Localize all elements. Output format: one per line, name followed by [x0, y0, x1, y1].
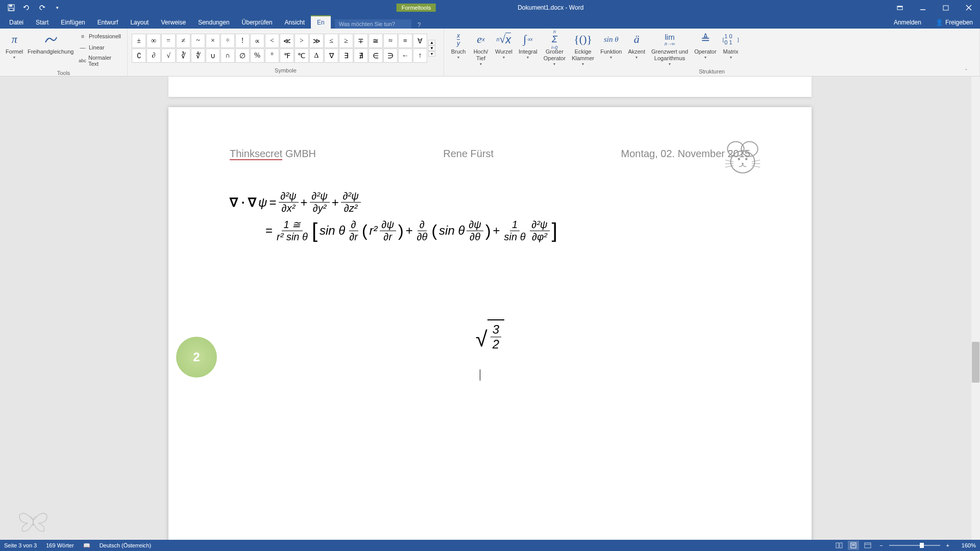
normaler-text-button[interactable]: abcNormaler Text: [77, 54, 123, 68]
collapse-ribbon-button[interactable]: ˆ: [962, 67, 971, 76]
tell-me-input[interactable]: [335, 19, 411, 29]
web-layout-button[interactable]: [862, 541, 873, 550]
symbol-cell[interactable]: ≤: [324, 34, 338, 48]
tab-entwurf[interactable]: Entwurf: [91, 16, 125, 29]
qat-customize[interactable]: ▾: [50, 2, 64, 14]
tab-verweise[interactable]: Verweise: [155, 16, 192, 29]
save-button[interactable]: [4, 2, 18, 14]
redo-button[interactable]: [35, 2, 49, 14]
symbol-cell[interactable]: ∞: [146, 34, 161, 48]
maximize-button[interactable]: [934, 0, 957, 15]
zoom-level[interactable]: 160%: [955, 542, 976, 548]
symbol-cell[interactable]: ≫: [309, 34, 324, 48]
symbol-cell[interactable]: !: [235, 34, 250, 48]
zoom-in-button[interactable]: +: [943, 542, 952, 548]
undo-button[interactable]: [19, 2, 34, 14]
page[interactable]: Thinksecret GMBH Rene Fürst Montag, 02. …: [168, 107, 812, 540]
tell-me-search[interactable]: [335, 19, 411, 29]
funktion-button[interactable]: sin θFunktion▾: [597, 30, 625, 61]
symbol-cell[interactable]: ℃: [295, 48, 309, 63]
language-indicator[interactable]: Deutsch (Österreich): [100, 542, 151, 548]
symbol-cell[interactable]: ∛: [176, 48, 190, 63]
akzent-button[interactable]: äAkzent▾: [625, 30, 648, 61]
tab-ansicht[interactable]: Ansicht: [279, 16, 311, 29]
symbol-cell[interactable]: ∈: [369, 48, 383, 63]
laplacian-equation[interactable]: ∇ · ∇ψ = ∂²ψ∂x² + ∂²ψ∂y² + ∂²ψ∂z² = 1 ≅r…: [230, 190, 750, 243]
linear-button[interactable]: —Linear: [77, 42, 123, 53]
symbol-scroll-down[interactable]: ▼: [428, 45, 435, 51]
symbol-cell[interactable]: ℉: [280, 48, 294, 63]
symbol-scroll-up[interactable]: ▲: [428, 40, 435, 45]
symbol-cell[interactable]: ∋: [383, 48, 398, 63]
gross-operator-button[interactable]: nΣi=0Großer Operator▾: [541, 30, 569, 67]
help-icon[interactable]: ?: [418, 21, 421, 29]
print-layout-button[interactable]: [848, 541, 859, 550]
symbol-cell[interactable]: ∅: [235, 48, 250, 63]
symbol-cell[interactable]: ∃: [339, 48, 353, 63]
zoom-slider[interactable]: [889, 545, 940, 546]
symbol-cell[interactable]: >: [295, 34, 309, 48]
symbol-cell[interactable]: ∆: [309, 48, 324, 63]
share-button[interactable]: 👤 Freigeben: [928, 16, 980, 29]
klammer-button[interactable]: {()}Eckige Klammer▾: [569, 30, 597, 67]
proofing-icon[interactable]: 📖: [83, 542, 90, 549]
grenzwert-button[interactable]: limn→∞Grenzwert und Logarithmus▾: [648, 30, 691, 67]
symbol-cell[interactable]: =: [161, 34, 176, 48]
symbol-cell[interactable]: ≥: [339, 34, 353, 48]
tab-datei[interactable]: Datei: [3, 16, 30, 29]
symbol-cell[interactable]: ~: [191, 34, 205, 48]
tab-einfugen[interactable]: Einfügen: [55, 16, 91, 29]
sign-in-button[interactable]: Anmelden: [887, 16, 928, 29]
document-area[interactable]: Thinksecret GMBH Rene Fürst Montag, 02. …: [0, 77, 980, 540]
operator-button[interactable]: ≜Operator▾: [691, 30, 719, 61]
read-mode-button[interactable]: [834, 541, 845, 550]
zoom-slider-thumb[interactable]: [920, 543, 924, 548]
symbol-cell[interactable]: ×: [206, 34, 220, 48]
integral-button[interactable]: ∫-xxIntegral▾: [516, 30, 541, 61]
symbol-cell[interactable]: ≪: [280, 34, 294, 48]
symbol-cell[interactable]: ∀: [413, 34, 427, 48]
symbol-cell[interactable]: ∩: [220, 48, 235, 63]
symbol-cell[interactable]: ∓: [354, 34, 368, 48]
vertical-scrollbar[interactable]: [971, 77, 980, 540]
symbol-cell[interactable]: ÷: [220, 34, 235, 48]
tab-layout[interactable]: Layout: [124, 16, 155, 29]
word-count[interactable]: 169 Wörter: [46, 542, 74, 548]
wurzel-button[interactable]: n√xWurzel▾: [492, 30, 516, 61]
zoom-out-button[interactable]: −: [876, 542, 886, 548]
symbol-cell[interactable]: ∂: [146, 48, 161, 63]
sqrt-equation[interactable]: √ 3 2: [230, 258, 750, 381]
symbol-cell[interactable]: ∪: [206, 48, 220, 63]
symbol-cell[interactable]: ∇: [324, 48, 338, 63]
symbol-cell[interactable]: ≠: [176, 34, 190, 48]
page-indicator[interactable]: Seite 3 von 3: [4, 542, 37, 548]
symbol-cell[interactable]: ≅: [369, 34, 383, 48]
symbol-cell[interactable]: ↑: [413, 48, 427, 63]
symbol-cell[interactable]: ∝: [250, 34, 264, 48]
symbol-cell[interactable]: ≡: [398, 34, 412, 48]
minimize-button[interactable]: [911, 0, 934, 15]
symbol-cell[interactable]: ∄: [354, 48, 368, 63]
tab-formel-entwurf[interactable]: En: [311, 15, 331, 29]
symbol-cell[interactable]: %: [250, 48, 264, 63]
tab-start[interactable]: Start: [30, 16, 55, 29]
tab-sendungen[interactable]: Sendungen: [192, 16, 235, 29]
symbol-cell[interactable]: <: [265, 34, 279, 48]
close-button[interactable]: [957, 0, 980, 15]
symbol-more[interactable]: ▾: [428, 51, 435, 57]
professionell-button[interactable]: ≡Professionell: [77, 31, 123, 41]
symbol-cell[interactable]: ←: [398, 48, 412, 63]
hoch-tief-button[interactable]: exHoch/ Tief▾: [470, 30, 492, 67]
scrollbar-thumb[interactable]: [972, 342, 979, 383]
formel-button[interactable]: π Formel ▾: [3, 30, 26, 61]
freihand-button[interactable]: Freihandgleichung: [26, 30, 76, 56]
symbol-cell[interactable]: ∜: [191, 48, 205, 63]
symbol-cell[interactable]: °: [265, 48, 279, 63]
symbol-cell[interactable]: ±: [132, 34, 146, 48]
ribbon-display-options[interactable]: [888, 0, 911, 15]
bruch-button[interactable]: xyBruch▾: [447, 30, 470, 61]
matrix-button[interactable]: [1 0 0 1]Matrix▾: [720, 30, 742, 61]
symbol-cell[interactable]: √: [161, 48, 176, 63]
symbol-cell[interactable]: ∁: [132, 48, 146, 63]
symbol-cell[interactable]: ≈: [383, 34, 398, 48]
